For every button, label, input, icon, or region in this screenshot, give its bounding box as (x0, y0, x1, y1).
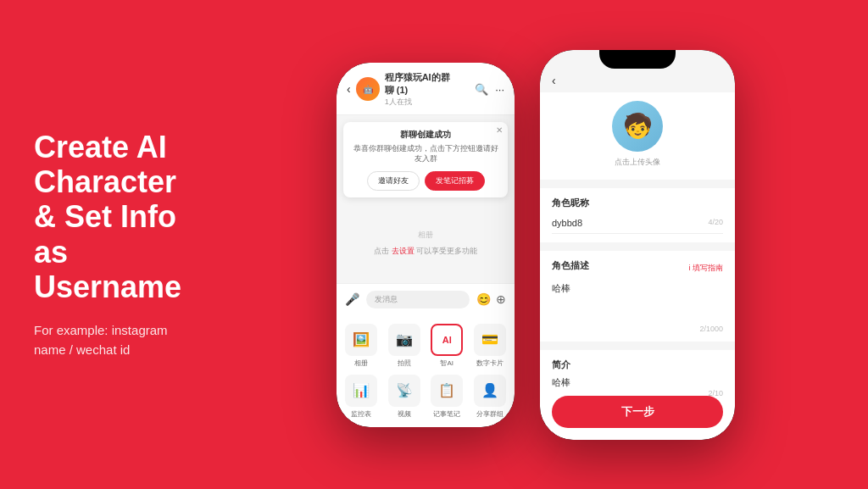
grid-item-video[interactable]: 📡 视频 (387, 375, 423, 419)
emoji-icon[interactable]: 😊 (476, 292, 491, 306)
video-icon-box: 📡 (388, 375, 420, 407)
group-avatar: 🤖 (356, 77, 380, 101)
mic-icon[interactable]: 🎤 (345, 292, 359, 306)
bio-text[interactable]: 哈棒 (552, 376, 723, 389)
next-button[interactable]: 下一步 (552, 396, 723, 428)
monitor-label: 监控表 (351, 409, 371, 419)
card-icon-box: 💳 (474, 324, 506, 356)
post-recruit-button[interactable]: 发笔记招募 (425, 171, 485, 191)
phone2-back-icon[interactable]: ‹ (552, 74, 556, 87)
phones-container: ‹ 🤖 程序猿玩AI的群聊 (1) 1人在找 🔍 ··· ✕ 群聊 (220, 33, 868, 457)
desc-value: 哈棒 (552, 283, 570, 293)
phone-1-screen: ‹ 🤖 程序猿玩AI的群聊 (1) 1人在找 🔍 ··· ✕ 群聊 (337, 63, 515, 427)
name-count: 4/20 (708, 218, 723, 228)
camera-label: 拍照 (398, 358, 411, 368)
empty-area: 相册 点击 去设置 可以享受更多功能 (337, 204, 515, 283)
grid-item-ai[interactable]: AI 智AI (429, 324, 465, 368)
grid-item-card[interactable]: 💳 数字卡片 (472, 324, 509, 368)
message-right-icons: 😊 ⊕ (476, 292, 506, 306)
message-input[interactable]: 发消息 (366, 291, 470, 308)
desc-count: 2/1000 (552, 325, 723, 333)
group-subtitle: 1人在找 (385, 97, 453, 108)
phone-2: ‹ 🧒 点击上传头像 角色昵称 dybbd8 4/20 角色描述 (540, 50, 735, 440)
grid-item-share[interactable]: 👤 分享群组 (472, 375, 509, 419)
main-title: Create AI Character & Set Info as Userna… (34, 130, 195, 305)
share-icon-box: 👤 (474, 375, 506, 407)
monitor-icon-box: 📊 (345, 375, 377, 407)
empty-label: 相册 (418, 230, 433, 241)
more-icon[interactable]: ··· (495, 83, 504, 96)
search-icon[interactable]: 🔍 (475, 83, 488, 96)
avatar-emoji: 🤖 (363, 85, 373, 94)
subtitle-text: For example: instagram name / wechat id (34, 321, 195, 359)
name-value: dybbd8 (552, 218, 582, 228)
notes-label: 记事笔记 (433, 409, 460, 419)
ai-label: 智AI (440, 358, 453, 368)
header-icons: 🔍 ··· (475, 83, 504, 96)
desc-textarea[interactable]: 哈棒 (552, 282, 723, 325)
bio-label: 简介 (552, 358, 723, 371)
popup-buttons: 邀请好友 发笔记招募 (352, 171, 499, 191)
empty-link: 点击 去设置 可以享受更多功能 (374, 246, 477, 257)
header-title-group: 程序猿玩AI的群聊 (1) 1人在找 (385, 71, 453, 108)
back-icon[interactable]: ‹ (347, 82, 351, 96)
name-field-section: 角色昵称 dybbd8 4/20 (540, 188, 735, 242)
popup-description: 恭喜你群聊创建成功，点击下方控钮邀请好友入群 (352, 144, 499, 164)
plus-icon[interactable]: ⊕ (496, 292, 506, 306)
settings-link[interactable]: 去设置 (392, 247, 415, 255)
left-panel: Create AI Character & Set Info as Userna… (0, 96, 220, 394)
write-hint[interactable]: i 填写指南 (689, 263, 724, 274)
grid-item-notes[interactable]: 📋 记事笔记 (429, 375, 465, 419)
invite-friends-button[interactable]: 邀请好友 (367, 171, 420, 191)
camera-icon-box: 📷 (388, 324, 420, 356)
popup-banner: ✕ 群聊创建成功 恭喜你群聊创建成功，点击下方控钮邀请好友入群 邀请好友 发笔记… (343, 122, 508, 197)
phone1-header: ‹ 🤖 程序猿玩AI的群聊 (1) 1人在找 🔍 ··· (337, 63, 515, 115)
grid-item-camera[interactable]: 📷 拍照 (387, 324, 423, 368)
notes-icon-box: 📋 (431, 375, 463, 407)
phone1-header-left: ‹ 🤖 程序猿玩AI的群聊 (1) 1人在找 (347, 71, 453, 108)
group-title: 程序猿玩AI的群聊 (1) (385, 71, 453, 97)
phone-2-screen: ‹ 🧒 点击上传头像 角色昵称 dybbd8 4/20 角色描述 (540, 50, 735, 440)
name-field-label: 角色昵称 (552, 197, 723, 209)
icon-grid: 🖼️ 相册 📷 拍照 AI 智AI 💳 数字卡片 (337, 315, 515, 427)
ai-icon-box: AI (431, 324, 463, 356)
desc-field-label: 角色描述 (552, 259, 589, 272)
album-icon-box: 🖼️ (345, 324, 377, 356)
phone-notch (599, 50, 676, 69)
album-label: 相册 (354, 358, 368, 368)
avatar-section[interactable]: 🧒 点击上传头像 (540, 92, 735, 180)
desc-field-section: 角色描述 i 填写指南 哈棒 2/1000 (540, 251, 735, 342)
card-label: 数字卡片 (476, 358, 504, 368)
ai-badge: AI (442, 335, 452, 345)
phone-1: ‹ 🤖 程序猿玩AI的群聊 (1) 1人在找 🔍 ··· ✕ 群聊 (337, 63, 515, 427)
name-field-input[interactable]: dybbd8 4/20 (552, 214, 723, 234)
grid-item-album[interactable]: 🖼️ 相册 (343, 324, 380, 368)
video-label: 视频 (398, 409, 411, 419)
avatar-emoji: 🧒 (623, 112, 653, 140)
avatar-upload-label: 点击上传头像 (615, 157, 660, 168)
grid-item-monitor[interactable]: 📊 监控表 (343, 375, 380, 419)
avatar-upload[interactable]: 🧒 (612, 101, 663, 152)
message-bar: 🎤 发消息 😊 ⊕ (337, 283, 515, 315)
popup-title: 群聊创建成功 (352, 129, 499, 141)
phone2-bottom-bar: 下一步 云消息·回复 开启 (540, 405, 735, 440)
popup-close-icon[interactable]: ✕ (496, 125, 503, 135)
share-label: 分享群组 (476, 409, 504, 419)
desc-label-row: 角色描述 i 填写指南 (552, 259, 723, 277)
